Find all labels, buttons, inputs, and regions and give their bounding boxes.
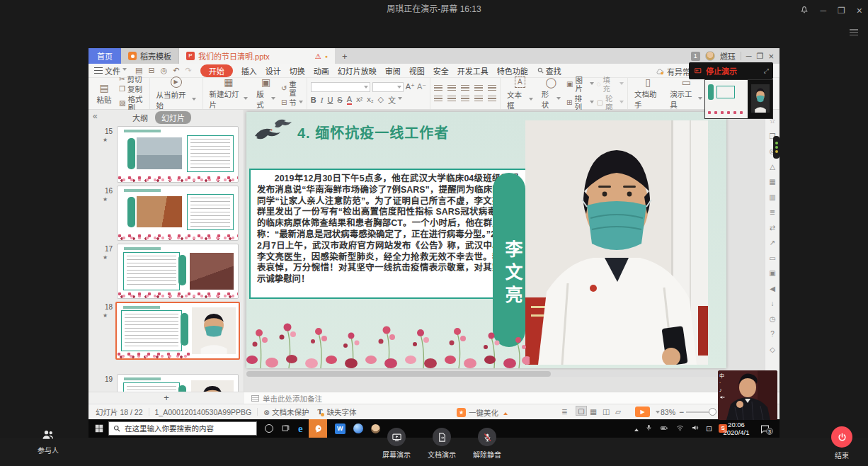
menu-features[interactable]: 特色功能 <box>497 65 528 76</box>
menu-security[interactable]: 安全 <box>433 65 449 76</box>
outline-button[interactable]: ▢轮廓 <box>597 94 624 111</box>
wps-restore-button[interactable]: ❐ <box>757 52 764 61</box>
zoom-level[interactable]: 83% <box>661 408 675 416</box>
print-preview-icon[interactable]: ◎ <box>161 66 168 75</box>
text-direction-icon[interactable] <box>488 85 496 92</box>
indent-icon[interactable] <box>461 85 469 92</box>
menu-transition[interactable]: 切换 <box>290 65 305 76</box>
slideshow-play-button[interactable]: ▶ <box>635 407 650 417</box>
window-count-badge[interactable]: 1 <box>691 52 700 61</box>
screen-share-button[interactable]: 屏幕演示 <box>377 428 416 460</box>
warning-icon[interactable]: ⚠ <box>315 52 321 60</box>
char-tools-button[interactable]: 文 <box>388 94 402 106</box>
ime-sound-icon[interactable]: ♪ <box>719 387 725 393</box>
bullets-icon[interactable] <box>434 85 442 92</box>
protection-status[interactable]: ⊗文档未保护 <box>263 407 309 417</box>
horizontal-scrollbar[interactable] <box>246 371 726 377</box>
comment-icon[interactable]: ▭ <box>769 254 775 262</box>
task-view-icon[interactable] <box>281 424 290 433</box>
line-spacing-icon[interactable] <box>488 96 496 103</box>
font-family-select[interactable] <box>311 82 370 92</box>
fill-button[interactable]: ◌填充 <box>597 76 624 93</box>
view-show-icon[interactable]: ▱ <box>615 407 621 416</box>
chart-icon[interactable]: ▥ <box>769 193 775 201</box>
tray-speaker-icon[interactable] <box>691 422 699 435</box>
layout-button[interactable]: ▣版式 <box>253 77 278 110</box>
screen-share-preview[interactable] <box>704 79 773 119</box>
undo-icon[interactable]: ↶ <box>173 66 179 75</box>
start-button[interactable] <box>94 424 104 433</box>
menu-design[interactable]: 设计 <box>265 65 281 76</box>
cut-button[interactable]: ✂剪切 <box>119 75 146 84</box>
numbering-icon[interactable] <box>447 85 456 92</box>
menu-slideshow[interactable]: 幻灯片放映 <box>338 65 377 76</box>
collapse-panel-button[interactable]: « <box>93 111 98 121</box>
expand-icon[interactable]: ⤢ <box>764 67 769 75</box>
align-left-icon[interactable] <box>434 96 442 103</box>
add-slide-button[interactable]: + <box>88 392 244 404</box>
notification-center-icon[interactable]: 3 <box>760 423 773 435</box>
new-tab-button[interactable]: + <box>335 48 355 64</box>
view-read-icon[interactable]: ◫ <box>603 407 610 416</box>
menu-view[interactable]: 视图 <box>409 65 425 76</box>
highlight-button[interactable]: ◇ <box>378 95 384 104</box>
tray-wifi-icon[interactable] <box>675 422 685 435</box>
share-icon[interactable]: ↗ <box>770 239 775 246</box>
audio-icon[interactable]: ◀ <box>770 285 775 292</box>
zoom-out-button[interactable]: − <box>679 407 684 417</box>
notes-bar[interactable]: 单击此处添加备注 <box>244 392 780 404</box>
shapes-button[interactable]: ◯形状 <box>539 77 564 110</box>
view-list-icon[interactable]: ≣ <box>561 407 568 416</box>
picture-button[interactable]: ▣图片 <box>566 76 594 93</box>
ime-toolbar[interactable]: 中 · ♪ <box>719 373 725 400</box>
stop-presenting-button[interactable]: 停止演示 ⤢ <box>689 62 773 79</box>
tray-battery-icon[interactable] <box>659 422 669 435</box>
restore-button[interactable]: ❐ <box>838 6 845 16</box>
end-meeting-button[interactable]: 结束 <box>823 426 860 460</box>
textbox-button[interactable]: A文本框 <box>504 76 536 110</box>
slide-thumbnail-18-selected[interactable] <box>115 302 240 360</box>
save-icon[interactable]: ▤ <box>135 66 142 75</box>
slide-thumbnail-16[interactable] <box>117 186 239 241</box>
superscript-button[interactable]: X² <box>356 96 362 103</box>
bell-icon[interactable] <box>799 4 809 16</box>
ime-mode-icon[interactable]: 中 <box>719 373 725 379</box>
columns-icon[interactable] <box>474 85 483 92</box>
print-icon[interactable]: ⊟ <box>148 66 154 75</box>
slide-thumbnail-15[interactable] <box>117 126 239 183</box>
adjust-icon[interactable]: ≣ <box>770 208 775 216</box>
wps-minimize-button[interactable]: ─ <box>746 52 752 60</box>
zoom-slider-knob[interactable] <box>709 408 716 416</box>
replace-image-icon[interactable]: ⇄ <box>770 224 775 232</box>
browser-app-icon[interactable] <box>353 424 363 433</box>
edge-browser-icon[interactable]: e <box>298 423 303 435</box>
scrollbar-handle[interactable] <box>246 371 551 377</box>
unmute-button[interactable]: 解除静音 <box>467 428 507 460</box>
reset-button[interactable]: ↺重置 <box>281 80 303 97</box>
section-button[interactable]: ⊟节 <box>281 98 303 107</box>
slide-18[interactable]: 4. 缅怀抗疫一线工作者 2019年12月30日下午5点多，他在武汉大学临床04… <box>246 112 726 368</box>
font-size-select[interactable] <box>372 82 404 92</box>
history-icon[interactable]: ◷ <box>770 315 776 323</box>
presenter-webcam-video[interactable]: 中 · ♪ <box>718 370 777 420</box>
picture-tool-icon[interactable]: ▣ <box>769 269 775 277</box>
tray-mic-icon[interactable] <box>645 422 653 435</box>
redo-icon[interactable]: ↷ <box>185 66 192 75</box>
layout-menu-icon[interactable] <box>850 25 858 38</box>
meeting-app-icon-active[interactable] <box>309 419 327 438</box>
view-normal-icon[interactable]: ▢ <box>576 406 587 416</box>
taskbar-search-input[interactable] <box>108 421 257 436</box>
wps-app-icon[interactable]: W <box>335 424 346 434</box>
doc-share-button[interactable]: 文档演示 <box>422 428 462 460</box>
doc-assistant-button[interactable]: ▯文档助手 <box>632 77 664 110</box>
upload-icon[interactable]: △ <box>770 163 775 171</box>
missing-font-status[interactable]: T缺失字体 <box>317 407 356 417</box>
menu-animation[interactable]: 动画 <box>314 65 329 76</box>
muted-speaker-icon[interactable] <box>719 394 725 400</box>
resources-icon[interactable]: ◇ <box>770 346 775 353</box>
subscript-button[interactable]: X₂ <box>367 96 374 103</box>
copy-button[interactable]: ❐复制 <box>119 85 146 93</box>
beautify-button[interactable]: ★ 一键美化 <box>457 407 508 418</box>
tray-ime-icon[interactable]: ⊡ <box>706 424 712 433</box>
justify-icon[interactable] <box>474 96 483 103</box>
